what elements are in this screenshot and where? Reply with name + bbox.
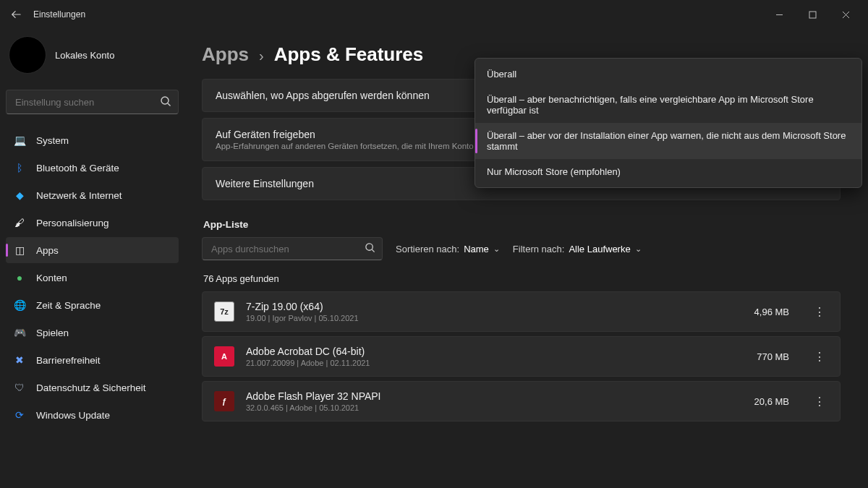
- svg-point-2: [366, 244, 373, 250]
- app-row[interactable]: A Adobe Acrobat DC (64-bit) 21.007.20099…: [202, 336, 841, 377]
- sidebar-item-network[interactable]: ◆ Netzwerk & Internet: [6, 182, 179, 208]
- svg-rect-0: [809, 12, 816, 18]
- account-block[interactable]: Lokales Konto: [6, 33, 179, 85]
- page-title: Apps & Features: [274, 43, 424, 66]
- app-name: Adobe Flash Player 32 NPAPI: [246, 390, 743, 402]
- filter-value: Alle Laufwerke: [569, 244, 630, 254]
- apps-icon: ◫: [13, 244, 26, 257]
- filter-row: Sortieren nach: Name ⌄ Filtern nach: All…: [202, 237, 841, 260]
- sidebar-item-privacy[interactable]: 🛡 Datenschutz & Sicherheit: [6, 374, 179, 401]
- close-button[interactable]: [829, 3, 862, 26]
- dropdown-option[interactable]: Überall: [475, 61, 861, 87]
- dropdown-option[interactable]: Nur Microsoft Store (empfohlen): [475, 159, 861, 184]
- avatar: [9, 36, 46, 74]
- app-row[interactable]: ƒ Adobe Flash Player 32 NPAPI 32.0.0.465…: [202, 381, 841, 421]
- back-button[interactable]: [6, 4, 26, 25]
- sidebar-item-label: Netzwerk & Internet: [36, 190, 122, 201]
- sidebar-item-label: Konten: [36, 273, 67, 283]
- app-subtitle: 19.00 | Igor Pavlov | 05.10.2021: [246, 314, 743, 322]
- sidebar-item-label: Bluetooth & Geräte: [36, 163, 119, 174]
- sidebar-item-accessibility[interactable]: ✖ Barrierefreiheit: [6, 347, 179, 373]
- more-actions-button[interactable]: ⋮: [811, 305, 828, 319]
- sidebar-item-label: Apps: [36, 245, 59, 256]
- person-icon: ●: [13, 271, 26, 284]
- sidebar-item-time-language[interactable]: 🌐 Zeit & Sprache: [6, 292, 179, 318]
- chevron-down-icon: ⌄: [635, 244, 642, 254]
- nav: 💻 System ᛒ Bluetooth & Geräte ◆ Netzwerk…: [6, 127, 179, 428]
- app-size: 4,96 MB: [754, 307, 789, 317]
- sidebar-item-label: Spielen: [36, 328, 69, 338]
- search-icon: [160, 95, 171, 107]
- more-actions-button[interactable]: ⋮: [811, 350, 828, 364]
- more-actions-button[interactable]: ⋮: [811, 395, 828, 408]
- app-subtitle: 32.0.0.465 | Adobe | 05.10.2021: [246, 403, 743, 412]
- sidebar-item-apps[interactable]: ◫ Apps: [6, 237, 179, 263]
- app-icon: A: [214, 346, 234, 367]
- window-title: Einstellungen: [33, 9, 85, 20]
- shield-icon: 🛡: [13, 381, 26, 394]
- app-source-dropdown: Überall Überall – aber benachrichtigen, …: [475, 58, 862, 188]
- titlebar: Einstellungen: [0, 0, 868, 29]
- sidebar: Lokales Konto 💻 System ᛒ Bluetooth & Ger…: [0, 29, 184, 488]
- gamepad-icon: 🎮: [13, 326, 26, 339]
- app-search-input[interactable]: [202, 237, 383, 260]
- app-size: 770 MB: [757, 351, 789, 362]
- brush-icon: 🖌: [13, 216, 26, 229]
- filter-dropdown[interactable]: Filtern nach: Alle Laufwerke ⌄: [513, 244, 642, 254]
- app-count: 76 Apps gefunden: [203, 273, 841, 284]
- section-label-applist: App-Liste: [203, 219, 841, 230]
- sidebar-item-label: System: [36, 135, 69, 146]
- maximize-button[interactable]: [796, 3, 829, 26]
- sort-value: Name: [464, 244, 489, 254]
- sidebar-item-accounts[interactable]: ● Konten: [6, 265, 179, 291]
- filter-label: Filtern nach:: [513, 244, 565, 254]
- globe-icon: 🌐: [13, 299, 26, 312]
- svg-point-1: [161, 97, 169, 104]
- app-icon: 7z: [214, 301, 234, 322]
- breadcrumb-root[interactable]: Apps: [202, 43, 249, 66]
- sort-label: Sortieren nach:: [396, 244, 459, 254]
- bluetooth-icon: ᛒ: [13, 161, 26, 174]
- chevron-right-icon: ›: [259, 48, 264, 64]
- app-name: 7-Zip 19.00 (x64): [246, 301, 743, 312]
- sidebar-item-label: Datenschutz & Sicherheit: [36, 382, 146, 393]
- app-subtitle: 21.007.20099 | Adobe | 02.11.2021: [246, 359, 745, 367]
- sidebar-item-windows-update[interactable]: ⟳ Windows Update: [6, 402, 179, 428]
- dropdown-option[interactable]: Überall – aber vor der Installation eine…: [475, 123, 861, 159]
- chevron-down-icon: ⌄: [493, 244, 500, 254]
- search-icon: [365, 242, 375, 253]
- wifi-icon: ◆: [13, 189, 26, 202]
- sidebar-item-system[interactable]: 💻 System: [6, 127, 179, 153]
- system-icon: 💻: [13, 134, 26, 147]
- account-name: Lokales Konto: [55, 50, 114, 61]
- search-input[interactable]: [6, 90, 179, 114]
- app-size: 20,6 MB: [754, 396, 789, 407]
- sidebar-item-bluetooth[interactable]: ᛒ Bluetooth & Geräte: [6, 155, 179, 181]
- sidebar-item-label: Barrierefreiheit: [36, 355, 101, 366]
- app-row[interactable]: 7z 7-Zip 19.00 (x64) 19.00 | Igor Pavlov…: [202, 291, 841, 332]
- update-icon: ⟳: [13, 408, 26, 421]
- sidebar-item-personalization[interactable]: 🖌 Personalisierung: [6, 210, 179, 236]
- sidebar-item-label: Windows Update: [36, 410, 110, 421]
- dropdown-option[interactable]: Überall – aber benachrichtigen, falls ei…: [475, 87, 861, 123]
- minimize-button[interactable]: [762, 3, 796, 26]
- sort-dropdown[interactable]: Sortieren nach: Name ⌄: [396, 244, 500, 254]
- app-name: Adobe Acrobat DC (64-bit): [246, 346, 745, 357]
- sidebar-item-gaming[interactable]: 🎮 Spielen: [6, 320, 179, 346]
- sidebar-item-label: Personalisierung: [36, 218, 109, 228]
- sidebar-item-label: Zeit & Sprache: [36, 300, 101, 311]
- accessibility-icon: ✖: [13, 354, 26, 367]
- app-icon: ƒ: [214, 391, 234, 411]
